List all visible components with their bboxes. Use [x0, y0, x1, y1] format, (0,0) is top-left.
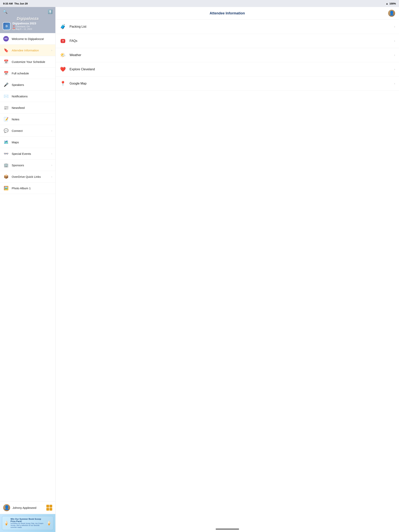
sidebar-label-special-events: Special Events [12, 152, 49, 155]
customize-schedule-icon: 📅 [3, 59, 9, 65]
sidebar-item-attendee-info[interactable]: 🔖 Attendee Information › [0, 44, 55, 56]
sidebar-item-connect[interactable]: 💬 Connect › [0, 125, 55, 137]
sidebar-item-notes[interactable]: 📝 Notes [0, 114, 55, 125]
sidebar: 🔍 ⬆️ Digipalooza D Digipalooza 2023 📍 Cl… [0, 7, 56, 532]
nav-list: Hi! Welcome to Digipalooza! 🔖 Attendee I… [0, 33, 55, 194]
sidebar-item-special-events[interactable]: 👓 Special Events › [0, 148, 55, 159]
sidebar-event-name: Digipalooza 2023 [13, 22, 36, 25]
chevron-connect-icon: › [51, 129, 52, 132]
status-date: Thu Jun 29 [14, 2, 28, 5]
chevron-overdrive-icon: › [51, 175, 52, 178]
content-item-faqs[interactable]: ? FAQs › [56, 34, 399, 48]
sidebar-item-notifications[interactable]: ✉️ Notifications [0, 90, 55, 102]
main-header: Attendee Information 👤 [56, 7, 399, 20]
connect-icon: 💬 [3, 128, 9, 133]
google-map-icon: 📍 [59, 80, 66, 87]
weather-icon: 🌤️ [59, 52, 66, 59]
main-title: Attendee Information [66, 11, 388, 15]
user-row: 👤 Johnny Appleseed [0, 501, 55, 514]
wifi-icon: ▲ [386, 2, 388, 5]
location-pin-icon: 📍 [13, 25, 15, 28]
sidebar-brand: D Digipalooza 2023 📍 Cleveland, OH 📅 Aug… [3, 22, 53, 30]
sidebar-item-customize-schedule[interactable]: 📅 Customize Your Schedule [0, 56, 55, 68]
sidebar-location: 📍 Cleveland, OH [13, 25, 36, 28]
sidebar-label-sponsors: Sponsors [12, 164, 49, 167]
sidebar-item-newsfeed[interactable]: 📰 Newsfeed [0, 102, 55, 114]
notifications-icon: ✉️ [3, 93, 9, 99]
ad-banner: 🍦 Win Our Summer Book Scoop Prize Pack! … [0, 514, 55, 532]
sidebar-logo: D [3, 22, 11, 30]
sidebar-label-photo-album: Photo Album 1 [12, 187, 52, 190]
main-content: Attendee Information 👤 🧳 Packing List › … [56, 7, 399, 532]
maps-icon: 🗺️ [3, 139, 9, 145]
sidebar-label-full-schedule: Full schedule [12, 72, 52, 75]
sidebar-item-sponsors[interactable]: 🏢 Sponsors › [0, 159, 55, 171]
attendee-icon: 🔖 [3, 47, 9, 53]
chevron-map-icon: › [394, 82, 395, 85]
content-item-google-map[interactable]: 📍 Google Map › [56, 76, 399, 91]
chevron-special-icon: › [51, 152, 52, 155]
bottom-indicator [56, 526, 399, 532]
special-events-icon: 👓 [3, 151, 9, 157]
logo-banner: Digipalooza [3, 16, 53, 22]
content-list: 🧳 Packing List › ? FAQs › 🌤️ Weather › [56, 20, 399, 526]
sidebar-item-overdrive[interactable]: 📦 OverDrive Quick Links › [0, 171, 55, 183]
sidebar-label-notes: Notes [12, 118, 52, 121]
sidebar-label-overdrive: OverDrive Quick Links [12, 175, 49, 178]
packing-list-icon: 🧳 [59, 23, 66, 30]
user-avatar: 👤 [3, 504, 10, 511]
digipalooza-logo-text: Digipalooza [3, 16, 53, 21]
explore-cleveland-icon: ❤️ [59, 66, 66, 73]
overdrive-icon: 📦 [3, 174, 9, 180]
content-item-packing-list[interactable]: 🧳 Packing List › [56, 20, 399, 34]
notes-icon: 📝 [3, 116, 9, 122]
sidebar-label-welcome: Welcome to Digipalooza! [12, 37, 52, 40]
content-item-weather[interactable]: 🌤️ Weather › [56, 48, 399, 62]
search-icon[interactable]: 🔍 [3, 9, 8, 14]
sidebar-label-maps: Maps [12, 141, 52, 144]
sidebar-item-photo-album[interactable]: 🖼️ Photo Album 1 [0, 183, 55, 194]
sponsors-icon: 🏢 [3, 162, 9, 168]
sidebar-date: 📅 Aug 9 – 11, 2023 [13, 28, 36, 30]
user-name: Johnny Appleseed [13, 506, 44, 509]
calendar-icon: 📅 [13, 28, 15, 30]
home-indicator [216, 529, 239, 529]
newsfeed-icon: 📰 [3, 105, 9, 111]
ad-banner-title: Win Our Summer Book Scoop Prize Pack! [11, 518, 45, 522]
sidebar-item-speakers[interactable]: 🎤 Speakers [0, 79, 55, 90]
status-time: 9:33 AM [3, 2, 13, 5]
sidebar-label-connect: Connect [12, 129, 49, 133]
chevron-faqs-icon: › [394, 39, 395, 43]
chevron-right-icon: › [51, 49, 52, 52]
sidebar-header: 🔍 ⬆️ Digipalooza D Digipalooza 2023 📍 Cl… [0, 7, 55, 33]
sidebar-footer: 👤 Johnny Appleseed 🍦 Win Our Summer Book… [0, 501, 55, 532]
photo-album-icon: 🖼️ [3, 185, 9, 191]
content-label-google-map: Google Map [70, 82, 391, 85]
chevron-weather-icon: › [394, 53, 395, 57]
header-avatar[interactable]: 👤 [388, 10, 395, 17]
status-bar: 9:33 AM Thu Jun 29 ▲ 100% [0, 0, 399, 7]
share-icon[interactable]: ⬆️ [48, 9, 53, 14]
sidebar-label-customize: Customize Your Schedule [12, 60, 52, 63]
ad-banner-subtitle: Including our Book Scoop Tote, Ice Cream… [11, 522, 45, 528]
sidebar-item-maps[interactable]: 🗺️ Maps [0, 137, 55, 148]
speakers-icon: 🎤 [3, 82, 9, 88]
qr-code-icon[interactable] [46, 505, 52, 511]
sidebar-item-full-schedule[interactable]: 📅 Full schedule [0, 68, 55, 79]
content-label-faqs: FAQs [70, 39, 391, 43]
sidebar-label-newsfeed: Newsfeed [12, 106, 52, 109]
chevron-packing-icon: › [394, 25, 395, 28]
content-label-packing-list: Packing List [70, 25, 391, 28]
content-label-explore-cleveland: Explore Cleveland [70, 68, 391, 71]
faqs-icon: ? [59, 37, 66, 44]
main-layout: 🔍 ⬆️ Digipalooza D Digipalooza 2023 📍 Cl… [0, 7, 399, 532]
sidebar-label-notifications: Notifications [12, 95, 52, 98]
sidebar-label-speakers: Speakers [12, 83, 52, 86]
chevron-explore-icon: › [394, 68, 395, 71]
content-item-explore-cleveland[interactable]: ❤️ Explore Cleveland › [56, 62, 399, 76]
full-schedule-icon: 📅 [3, 70, 9, 76]
sidebar-item-welcome[interactable]: Hi! Welcome to Digipalooza! [0, 33, 55, 44]
sidebar-label-attendee: Attendee Information [12, 49, 49, 52]
content-label-weather: Weather [70, 53, 391, 57]
battery-icon: 100% [389, 2, 396, 5]
